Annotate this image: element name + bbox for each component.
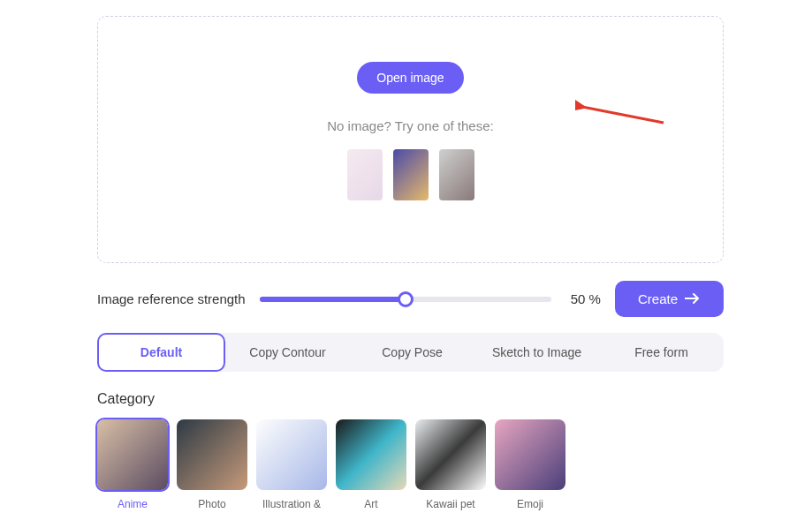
mode-tabs: Default Copy Contour Copy Pose Sketch to… <box>97 333 724 372</box>
category-photo[interactable]: Photo <box>177 419 247 513</box>
create-button[interactable]: Create <box>615 281 724 317</box>
create-button-label: Create <box>638 291 678 306</box>
image-drop-area[interactable]: Open image No image? Try one of these: <box>97 16 724 263</box>
category-anime[interactable]: Anime <box>97 419 168 513</box>
category-thumb <box>97 419 168 490</box>
svg-line-1 <box>582 107 664 123</box>
category-thumb <box>177 419 247 490</box>
category-emoji[interactable]: Emoji <box>495 419 565 513</box>
slider-thumb[interactable] <box>398 291 414 307</box>
category-thumb <box>256 419 327 490</box>
open-image-button[interactable]: Open image <box>357 62 463 94</box>
tab-free-form[interactable]: Free form <box>599 333 724 372</box>
category-label-text: Art <box>364 498 377 512</box>
category-heading: Category <box>97 391 724 407</box>
arrow-right-icon <box>685 291 701 306</box>
category-row: Anime Photo Illustration & logo Art Kawa… <box>97 419 724 513</box>
category-thumb <box>336 419 406 490</box>
category-label-text: Anime <box>118 498 148 512</box>
category-thumb <box>495 419 565 490</box>
category-illustration-logo[interactable]: Illustration & logo <box>256 419 327 513</box>
sample-image-1[interactable] <box>347 149 383 200</box>
category-label-text: Illustration & logo <box>256 498 327 513</box>
tab-copy-contour[interactable]: Copy Contour <box>225 333 350 372</box>
category-thumb <box>415 419 486 490</box>
no-image-hint: No image? Try one of these: <box>327 118 493 133</box>
category-label-text: Photo <box>198 498 225 512</box>
sample-image-2[interactable] <box>393 149 429 200</box>
sample-image-3[interactable] <box>439 149 474 200</box>
annotation-arrow-icon <box>575 94 672 130</box>
tab-sketch-to-image[interactable]: Sketch to Image <box>474 333 599 372</box>
category-label-text: Kawaii pet transform <box>415 498 486 513</box>
strength-slider[interactable] <box>260 290 551 308</box>
sample-images-row <box>347 149 474 200</box>
category-art[interactable]: Art <box>336 419 406 513</box>
strength-value: 50 % <box>565 291 601 306</box>
category-label-text: Emoji <box>517 498 543 512</box>
tab-default[interactable]: Default <box>97 333 225 372</box>
strength-label: Image reference strength <box>97 291 246 306</box>
tab-copy-pose[interactable]: Copy Pose <box>350 333 474 372</box>
category-kawaii-pet-transform[interactable]: Kawaii pet transform <box>415 419 486 513</box>
